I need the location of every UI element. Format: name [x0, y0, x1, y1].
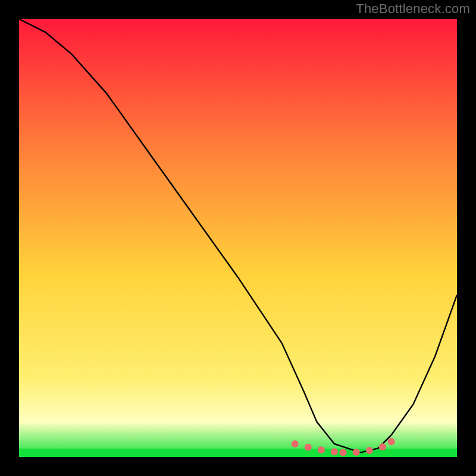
marker-dot — [379, 443, 386, 450]
marker-dot — [388, 438, 395, 445]
gradient-background — [19, 19, 457, 457]
plot-area — [19, 19, 457, 457]
marker-dot — [292, 440, 299, 447]
marker-dot — [318, 446, 325, 453]
watermark-text: TheBottleneck.com — [356, 1, 470, 17]
marker-dot — [366, 447, 373, 454]
marker-dot — [331, 448, 338, 455]
marker-dot — [305, 444, 312, 451]
chart-svg — [19, 19, 457, 457]
marker-dot — [340, 449, 347, 456]
green-strip — [19, 449, 457, 457]
chart-frame: TheBottleneck.com — [0, 0, 476, 476]
marker-dot — [353, 449, 360, 456]
